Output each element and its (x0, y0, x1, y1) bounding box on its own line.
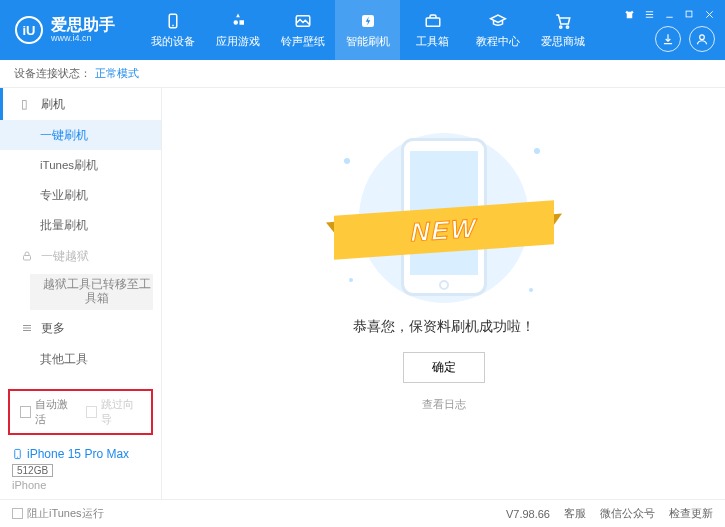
device-storage: 512GB (12, 464, 53, 477)
sidebar: ▯ 刷机 一键刷机 iTunes刷机 专业刷机 批量刷机 一键越狱 越狱工具已转… (0, 88, 162, 499)
graduation-icon (488, 11, 508, 31)
nav-tutorial[interactable]: 教程中心 (465, 0, 530, 60)
window-controls (623, 8, 715, 52)
checkbox-skip-guide[interactable]: 跳过向导 (86, 397, 142, 427)
sidebar-item-oneclick[interactable]: 一键刷机 (0, 120, 161, 150)
app-title: 爱思助手 (51, 16, 115, 34)
footer-link-update[interactable]: 检查更新 (669, 506, 713, 521)
ok-button[interactable]: 确定 (403, 352, 485, 383)
image-icon (293, 11, 313, 31)
flash-icon (358, 11, 378, 31)
footer-link-support[interactable]: 客服 (564, 506, 586, 521)
download-button[interactable] (655, 26, 681, 52)
sidebar-item-pro[interactable]: 专业刷机 (0, 180, 161, 210)
logo-icon: iU (15, 16, 43, 44)
lock-icon (21, 250, 35, 262)
nav-store[interactable]: 爱思商城 (530, 0, 595, 60)
checkbox-auto-activate[interactable]: 自动激活 (20, 397, 76, 427)
svg-point-6 (566, 26, 568, 28)
device-info: iPhone 15 Pro Max 512GB iPhone (0, 441, 161, 499)
titlebar: iU 爱思助手 www.i4.cn 我的设备 应用游戏 铃声壁纸 智能刷机 工具… (0, 0, 725, 60)
sidebar-item-other[interactable]: 其他工具 (0, 344, 161, 374)
close-icon[interactable] (703, 8, 715, 20)
sidebar-item-jailbreak-moved[interactable]: 越狱工具已转移至工具箱 (30, 274, 153, 310)
sidebar-item-batch[interactable]: 批量刷机 (0, 210, 161, 240)
nav-apps[interactable]: 应用游戏 (205, 0, 270, 60)
svg-rect-4 (426, 18, 440, 26)
device-icon (163, 11, 183, 31)
menu-icon[interactable] (643, 8, 655, 20)
sidebar-section-flash[interactable]: ▯ 刷机 (0, 88, 161, 120)
content: NEW 恭喜您，保资料刷机成功啦！ 确定 查看日志 (162, 88, 725, 499)
svg-point-5 (559, 26, 561, 28)
status-value: 正常模式 (95, 66, 139, 81)
success-message: 恭喜您，保资料刷机成功啦！ (353, 318, 535, 336)
logo: iU 爱思助手 www.i4.cn (15, 16, 115, 44)
more-icon (21, 322, 35, 334)
phone-icon: ▯ (21, 97, 35, 111)
view-log-link[interactable]: 查看日志 (422, 397, 466, 412)
svg-rect-11 (686, 11, 692, 17)
top-nav: 我的设备 应用游戏 铃声壁纸 智能刷机 工具箱 教程中心 爱思商城 (140, 0, 595, 60)
sidebar-options: 自动激活 跳过向导 (8, 389, 153, 435)
user-button[interactable] (689, 26, 715, 52)
cart-icon (553, 11, 573, 31)
version-label: V7.98.66 (506, 508, 550, 520)
ribbon-text: NEW (410, 212, 477, 248)
skin-icon[interactable] (623, 8, 635, 20)
device-name[interactable]: iPhone 15 Pro Max (12, 447, 149, 461)
nav-my-device[interactable]: 我的设备 (140, 0, 205, 60)
status-label: 设备连接状态： (14, 66, 91, 81)
apps-icon (228, 11, 248, 31)
success-illustration: NEW (334, 128, 554, 308)
nav-toolbox[interactable]: 工具箱 (400, 0, 465, 60)
svg-rect-15 (24, 256, 31, 261)
nav-ringtones[interactable]: 铃声壁纸 (270, 0, 335, 60)
sidebar-item-itunes[interactable]: iTunes刷机 (0, 150, 161, 180)
minimize-icon[interactable] (663, 8, 675, 20)
app-url: www.i4.cn (51, 34, 115, 44)
sidebar-item-firmware[interactable]: 下载固件 (0, 374, 161, 383)
maximize-icon[interactable] (683, 8, 695, 20)
footer-link-wechat[interactable]: 微信公众号 (600, 506, 655, 521)
device-type: iPhone (12, 479, 149, 491)
sidebar-section-more[interactable]: 更多 (0, 312, 161, 344)
sidebar-section-jailbreak[interactable]: 一键越狱 (0, 240, 161, 272)
phone-icon (12, 447, 23, 461)
toolbox-icon (423, 11, 443, 31)
checkbox-block-itunes[interactable]: 阻止iTunes运行 (12, 506, 104, 521)
nav-flash[interactable]: 智能刷机 (335, 0, 400, 60)
status-bar: 设备连接状态： 正常模式 (0, 60, 725, 88)
footer: 阻止iTunes运行 V7.98.66 客服 微信公众号 检查更新 (0, 499, 725, 527)
svg-point-14 (700, 35, 705, 40)
